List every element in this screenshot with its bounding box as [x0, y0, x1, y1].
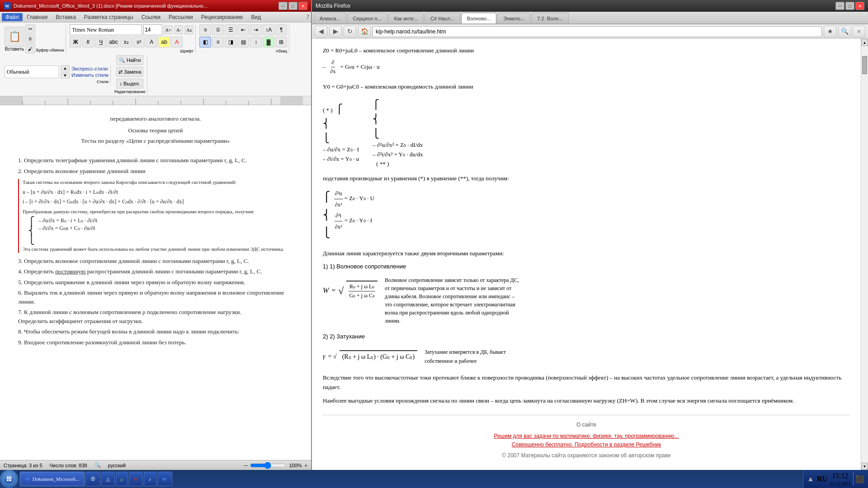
paste-button[interactable]: 📋: [5, 27, 24, 47]
replace-button[interactable]: ⇄ Замена: [116, 67, 143, 77]
forward-button[interactable]: ▶: [329, 26, 342, 38]
multilevel-button[interactable]: ☰: [225, 24, 236, 35]
numbering-button[interactable]: ①: [212, 24, 224, 35]
spell-check-icon[interactable]: 🔍: [94, 462, 101, 468]
language-indicator[interactable]: русский: [108, 463, 126, 468]
align-left-button[interactable]: ◧: [199, 37, 211, 47]
tab-volnovo[interactable]: Волново...: [461, 13, 497, 23]
word-menu-bar: Файл Главная Вставка Разметка страницы С…: [0, 12, 311, 23]
tab-kak-inte[interactable]: Как инте...: [388, 13, 424, 23]
copy-button[interactable]: ⎘: [25, 34, 35, 43]
решебник-link[interactable]: Решим для вас задачи по математике, физи…: [494, 433, 679, 448]
system-tray: ▲ RU 15:12 21.12.2013 ⬛: [803, 470, 868, 488]
taskbar-itunes[interactable]: ♪: [144, 472, 156, 486]
pilcrow-button[interactable]: ¶: [275, 24, 287, 35]
increase-indent-button[interactable]: ⇥: [250, 24, 262, 35]
format-painter-button[interactable]: 🖌: [25, 44, 35, 53]
justify-button[interactable]: ▤: [237, 37, 249, 47]
reload-button[interactable]: ↻: [344, 26, 356, 38]
clipboard-group: 📋 Вставить ✂ ⎘ 🖌 Буфер обмена: [3, 24, 66, 53]
search-button[interactable]: 🔍: [838, 26, 851, 38]
back-button[interactable]: ◀: [315, 26, 327, 38]
minimize-button[interactable]: ─: [278, 2, 288, 10]
tab-enciklo[interactable]: Эниклo...: [497, 13, 530, 23]
superscript-button[interactable]: x²: [133, 37, 145, 47]
subscript-button[interactable]: x₂: [120, 37, 132, 47]
change-styles-button[interactable]: Изменить стили: [71, 72, 108, 78]
bold-button[interactable]: Ж: [70, 37, 81, 47]
tab-sercpol[interactable]: Серцпол п...: [347, 13, 387, 23]
font-name-input[interactable]: [70, 24, 142, 35]
bookmark-button[interactable]: ★: [824, 26, 836, 38]
text-effects-button[interactable]: A: [146, 37, 157, 47]
scroll-thumb[interactable]: [862, 56, 867, 74]
fill-color-button[interactable]: ▓: [263, 37, 274, 47]
taskbar-utorrent[interactable]: μ: [116, 472, 128, 486]
show-desktop-stripe[interactable]: ⬛: [853, 472, 864, 486]
scroll-up-arrow[interactable]: ▲: [861, 39, 868, 46]
menu-view[interactable]: Вид: [247, 13, 264, 21]
align-right-button[interactable]: ◨: [225, 37, 236, 47]
browser-maximize[interactable]: □: [845, 2, 854, 10]
browser-content[interactable]: Z0 = R0+jωL0 – комплексное сопротивление…: [312, 39, 861, 470]
param2-label: 2) 2) Затухание: [323, 332, 850, 342]
maximize-button[interactable]: □: [288, 2, 297, 10]
border-button[interactable]: ⊞: [275, 37, 287, 47]
select-button[interactable]: ↕ Выдел.: [116, 79, 143, 89]
about-site-link[interactable]: О сайте: [576, 422, 596, 428]
start-button[interactable]: [0, 470, 18, 488]
home-button[interactable]: 🏠: [358, 26, 371, 38]
bullets-button[interactable]: ≡: [199, 24, 211, 35]
taskbar-opera[interactable]: O: [129, 472, 143, 486]
highlight-button[interactable]: ab: [158, 37, 170, 47]
taskbar-word[interactable]: W Dokument_Microsoft...: [20, 472, 85, 486]
font-size-input[interactable]: [143, 24, 162, 35]
taskbar-chrome[interactable]: ⦿: [85, 472, 100, 486]
underline-button[interactable]: Ч: [95, 37, 107, 47]
menu-button[interactable]: ≡: [853, 26, 865, 38]
clear-format-button[interactable]: Aa: [184, 25, 193, 34]
style-normal[interactable]: Обычный: [5, 66, 59, 78]
styles-down-button[interactable]: ▼: [61, 72, 70, 79]
tab-aleksa[interactable]: Алекса...: [314, 13, 346, 23]
styles-up-button[interactable]: ▲: [61, 65, 70, 71]
menu-layout[interactable]: Разметка страницы: [80, 13, 137, 21]
italic-button[interactable]: К: [82, 37, 94, 47]
language-indicator[interactable]: RU: [817, 475, 827, 483]
sort-button[interactable]: ↕A: [263, 24, 274, 35]
close-button[interactable]: ✕: [298, 2, 307, 10]
tab-7-2-voln[interactable]: 7.2. Волн...: [531, 13, 568, 23]
align-center-button[interactable]: ≡: [212, 37, 224, 47]
strikethrough-button[interactable]: abc: [108, 37, 119, 47]
word-content[interactable]: передаваемого аналогового сигнала. Основ…: [0, 105, 311, 460]
cut-button[interactable]: ✂: [25, 24, 35, 33]
scroll-down-arrow[interactable]: ▼: [861, 463, 868, 470]
taskbar-word2[interactable]: W: [157, 472, 172, 486]
zoom-slider[interactable]: [250, 462, 286, 469]
taskbar-delta[interactable]: △: [101, 472, 115, 486]
tab-csharp[interactable]: C# Насл...: [425, 13, 460, 23]
shrink-font-button[interactable]: A-: [174, 25, 183, 34]
menu-home[interactable]: Главная: [24, 13, 52, 21]
browser-minimize[interactable]: ─: [835, 2, 844, 10]
browser-close[interactable]: ✕: [855, 2, 864, 10]
zoom-in-icon[interactable]: +: [305, 463, 307, 468]
help-icon[interactable]: ?: [307, 14, 309, 21]
address-bar[interactable]: [373, 26, 822, 37]
grow-font-button[interactable]: A+: [164, 25, 173, 34]
menu-insert[interactable]: Вставка: [52, 13, 80, 21]
decrease-indent-button[interactable]: ⇤: [237, 24, 249, 35]
clock[interactable]: 15:12 21.12.2013: [830, 471, 850, 487]
zoom-out-icon[interactable]: ─: [244, 463, 248, 468]
show-desktop-button[interactable]: ▲: [807, 475, 814, 483]
menu-file[interactable]: Файл: [2, 13, 23, 21]
font-color-button[interactable]: A: [171, 37, 183, 47]
line-spacing-button[interactable]: ↕: [250, 37, 262, 47]
browser-scrollbar[interactable]: ▲ ▼: [861, 39, 868, 470]
express-styles-button[interactable]: Экспресс-стили: [71, 66, 108, 71]
menu-mailings[interactable]: Рассылки: [165, 13, 197, 21]
q5-text: 5. Определить напряжение в длинной линии…: [18, 278, 293, 287]
find-button[interactable]: 🔍 Найти: [116, 55, 143, 65]
menu-review[interactable]: Рецензирование: [198, 13, 247, 21]
menu-references[interactable]: Ссылки: [138, 13, 164, 21]
